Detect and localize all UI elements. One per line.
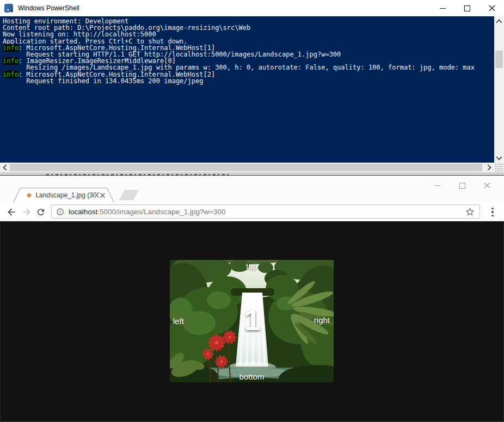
powershell-window: >_ Windows PowerShell Hosting environmen…: [0, 0, 504, 172]
dot-icon: [491, 208, 493, 209]
maximize-icon: [459, 183, 465, 189]
reload-button[interactable]: [36, 207, 46, 217]
vertical-scrollbar[interactable]: [494, 16, 504, 163]
dot-icon: [491, 211, 493, 213]
powershell-icon: >_: [4, 4, 13, 13]
chevron-right-icon: [485, 164, 491, 170]
address-bar[interactable]: localhost:5000/images/Landscape_1.jpg?w=…: [51, 204, 480, 219]
overlay-label-top: top: [246, 262, 257, 271]
dot-icon: [491, 215, 493, 216]
overlay-label-left: left: [173, 316, 184, 326]
close-icon: [100, 193, 105, 198]
forward-button[interactable]: [21, 207, 32, 218]
horizontal-scrollbar-thumb[interactable]: [10, 164, 482, 171]
scroll-up-button[interactable]: [494, 16, 504, 26]
console-line-info: info: Microsoft.AspNetCore.Hosting.Inter…: [3, 71, 494, 78]
maximize-button[interactable]: [450, 178, 475, 193]
browser-window: Landscape_1.jpg (300×225) localhost:5000…: [0, 175, 504, 422]
close-icon: [489, 5, 495, 11]
console-output: Hosting environment: Development Content…: [0, 16, 494, 163]
resize-grip[interactable]: [494, 163, 504, 172]
url-host: localhost: [69, 208, 97, 216]
landscape-image: top left right bottom 1: [170, 260, 334, 382]
maximize-button[interactable]: [455, 0, 480, 16]
browser-menu-button[interactable]: [488, 207, 497, 218]
horizontal-scrollbar[interactable]: [0, 163, 494, 172]
chevron-left-icon: [3, 164, 9, 170]
scroll-down-button[interactable]: [494, 153, 504, 163]
new-tab-button[interactable]: [119, 190, 139, 200]
powershell-titlebar[interactable]: >_ Windows PowerShell: [0, 0, 504, 16]
tab-close-button[interactable]: [99, 191, 106, 200]
vertical-scrollbar-thumb[interactable]: [495, 51, 503, 68]
minimize-icon: [434, 185, 440, 186]
bookmark-star-icon[interactable]: [465, 207, 475, 217]
info-circle-icon[interactable]: [56, 208, 64, 216]
tab-title: Landscape_1.jpg (300×225): [35, 191, 99, 199]
scroll-right-button[interactable]: [484, 163, 494, 172]
browser-viewport: top left right bottom 1: [0, 221, 504, 422]
overlay-label-bottom: bottom: [239, 372, 265, 381]
tab-favicon-star-icon: [26, 191, 32, 199]
minimize-button[interactable]: [431, 0, 455, 16]
chevron-down-icon: [496, 154, 502, 160]
overlay-label-number: 1: [244, 307, 261, 333]
close-button[interactable]: [480, 0, 504, 16]
console-line: Request finished in 134.0435ms 200 image…: [3, 78, 494, 84]
close-button[interactable]: [475, 178, 500, 193]
url-text: localhost:5000/images/Landscape_1.jpg?w=…: [69, 208, 226, 216]
browser-tab[interactable]: Landscape_1.jpg (300×225): [13, 188, 114, 202]
overlay-label-right: right: [314, 315, 330, 325]
chevron-up-icon: [496, 19, 502, 25]
close-icon: [484, 182, 490, 189]
console-line: Now listening on: http://localhost:5000: [3, 31, 494, 38]
back-button[interactable]: [6, 207, 17, 218]
maximize-icon: [464, 5, 470, 11]
powershell-window-title: Windows PowerShell: [18, 4, 79, 12]
minimize-icon: [440, 8, 446, 9]
browser-titlebar[interactable]: Landscape_1.jpg (300×225): [0, 176, 504, 202]
url-path: :5000/images/Landscape_1.jpg?w=300: [97, 208, 225, 216]
browser-toolbar: localhost:5000/images/Landscape_1.jpg?w=…: [0, 202, 504, 221]
scroll-left-button[interactable]: [0, 163, 10, 172]
minimize-button[interactable]: [425, 178, 450, 193]
